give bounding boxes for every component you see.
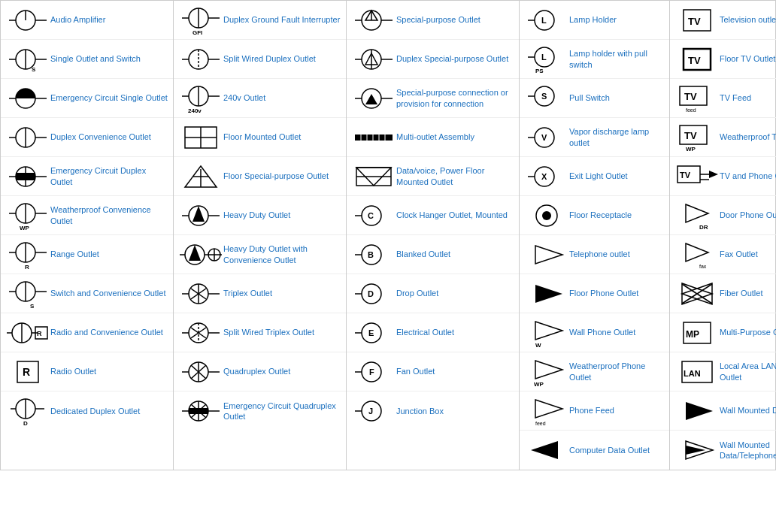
- item-tv-phone: TV TV and Phone Outlet: [670, 157, 776, 196]
- label-weatherproof-convenience: Weatherproof Convenience Outlet: [50, 204, 168, 226]
- item-door-phone: DR Door Phone Outlet: [670, 196, 776, 235]
- label-duplex-convenience: Duplex Convenience Outlet: [50, 131, 168, 142]
- label-blanked-outlet: Blanked Outlet: [396, 249, 514, 259]
- svg-marker-170: [535, 246, 562, 264]
- svg-line-200: [682, 284, 697, 304]
- label-split-wired-duplex: Split Wired Duplex Outlet: [223, 53, 341, 64]
- sym-emergency-quadruplex: [178, 397, 223, 425]
- label-television-outlet: Television outlet: [720, 14, 776, 25]
- svg-marker-171: [535, 285, 562, 303]
- svg-text:R: R: [25, 264, 29, 271]
- item-floor-mounted: Floor Mounted Outlet: [174, 118, 346, 157]
- sym-duplex-gfi: GFI: [178, 5, 223, 35]
- item-floor-special: Floor Special-purpose Outlet: [174, 157, 346, 196]
- item-duplex-special-purpose: Duplex Special-purpose Outlet: [347, 40, 519, 79]
- label-floor-special: Floor Special-purpose Outlet: [223, 171, 341, 181]
- sym-wall-mounted-data: [674, 397, 720, 425]
- item-weatherproof-tv: TV WP Weatherproof TV Outlet: [670, 118, 776, 157]
- sym-special-purpose: [351, 7, 396, 34]
- label-wall-phone: Wall Phone Outlet: [569, 327, 665, 337]
- sym-data-voice-power: [351, 163, 396, 190]
- svg-marker-80: [189, 245, 201, 261]
- label-lamp-holder: Lamp Holder: [569, 14, 665, 25]
- label-240v: 240v Outlet: [223, 92, 341, 103]
- item-pull-switch: S Pull Switch: [520, 79, 669, 118]
- sym-weatherproof-tv: TV WP: [674, 122, 720, 153]
- sym-heavy-duty-convenience: [178, 241, 223, 268]
- item-wall-mounted-data: Wall Mounted Data Outlet: [670, 391, 776, 431]
- sym-blanked-outlet: B: [351, 241, 396, 268]
- sym-heavy-duty: [178, 202, 223, 229]
- svg-marker-196: [686, 243, 708, 261]
- item-wall-phone: W Wall Phone Outlet: [520, 313, 669, 352]
- item-emergency-duplex: Emergency Circuit Duplex Outlet: [1, 157, 173, 196]
- sym-floor-phone: [524, 280, 569, 307]
- svg-text:C: C: [368, 211, 374, 220]
- label-fiber-outlet: Fiber Outlet: [720, 288, 776, 298]
- sym-fiber-outlet: [674, 280, 720, 307]
- sym-telephone-outlet: [524, 241, 569, 268]
- svg-marker-76: [192, 206, 205, 222]
- item-dedicated-duplex: D Dedicated Duplex Outlet: [1, 391, 173, 431]
- item-vapor-discharge: V Vapor discharge lamp outlet: [520, 118, 669, 157]
- label-floor-receptacle: Floor Receptacle: [569, 210, 665, 220]
- item-weatherproof-convenience: WP Weatherproof Convenience Outlet: [1, 196, 173, 235]
- label-multi-purpose: Multi-Purpose Outlet: [720, 327, 776, 337]
- item-240v: 240v 240v Outlet: [174, 79, 346, 118]
- label-data-voice-power: Data/voice, Power Floor Mounted Outlet: [396, 165, 514, 187]
- svg-text:PS: PS: [535, 68, 544, 74]
- sym-lan-outlet: LAN: [674, 358, 720, 385]
- sym-lamp-holder: L: [524, 7, 569, 34]
- sym-240v: 240v: [178, 83, 223, 113]
- label-dedicated-duplex: Dedicated Duplex Outlet: [50, 406, 168, 416]
- svg-text:D: D: [368, 289, 374, 298]
- sym-lamp-holder-pull: L PS: [524, 44, 569, 74]
- label-radio-convenience: Radio and Convenience Outlet: [50, 327, 168, 337]
- svg-text:MP: MP: [686, 329, 699, 340]
- item-triplex: Triplex Outlet: [174, 274, 346, 313]
- sym-floor-mounted: [178, 124, 223, 151]
- item-lan-outlet: LAN Local Area LAN Network Outlet: [670, 352, 776, 391]
- svg-text:fax: fax: [699, 264, 707, 269]
- sym-radio-outlet: R: [5, 358, 50, 385]
- svg-text:L: L: [541, 16, 547, 25]
- sym-duplex-convenience: [5, 124, 50, 151]
- item-tv-feed: TV feed TV Feed: [670, 79, 776, 118]
- label-radio-outlet: Radio Outlet: [50, 366, 168, 376]
- sym-junction-box: J: [351, 397, 396, 425]
- item-emergency-single: Emergency Circuit Single Outlet: [1, 79, 173, 118]
- svg-marker-172: [535, 322, 562, 340]
- svg-rect-19: [16, 173, 35, 180]
- label-audio-amp: Audio Amplifier: [50, 14, 168, 25]
- label-split-wired-triplex: Split Wired Triplex Outlet: [223, 327, 341, 337]
- label-special-connection: Special-purpose connection or provision …: [396, 87, 514, 109]
- sym-weatherproof-convenience: WP: [5, 201, 50, 231]
- item-television-outlet: TV Television outlet: [670, 1, 776, 40]
- sym-computer-data: [524, 437, 569, 464]
- sym-multi-purpose: MP: [674, 319, 720, 346]
- svg-text:R: R: [37, 330, 42, 337]
- col-4: L Lamp Holder L PS Lamp holder with pull…: [520, 1, 670, 470]
- sym-dedicated-duplex: D: [5, 396, 50, 426]
- item-fan-outlet: F Fan Outlet: [347, 352, 519, 391]
- item-radio-convenience: R Radio and Convenience Outlet: [1, 313, 173, 352]
- label-tv-phone: TV and Phone Outlet: [720, 171, 776, 181]
- sym-split-wired-duplex: [178, 46, 223, 73]
- svg-text:TV: TV: [684, 130, 697, 141]
- sym-floor-tv: TV: [674, 46, 720, 73]
- col-2: GFI Duplex Ground Fault Interrupter Spli…: [174, 1, 347, 470]
- svg-text:TV: TV: [684, 91, 697, 102]
- sym-fax-outlet: fax: [674, 240, 720, 270]
- item-split-wired-duplex: Split Wired Duplex Outlet: [174, 40, 346, 79]
- label-wall-mounted-data-tel: Wall Mounted Data/Telephone Outlet: [720, 440, 776, 461]
- sym-weatherproof-phone: WP: [524, 357, 569, 387]
- svg-text:S: S: [32, 66, 36, 73]
- item-split-wired-triplex: Split Wired Triplex Outlet: [174, 313, 346, 352]
- label-door-phone: Door Phone Outlet: [720, 210, 776, 220]
- svg-text:LAN: LAN: [684, 369, 701, 378]
- item-blanked-outlet: B Blanked Outlet: [347, 235, 519, 274]
- sym-phone-feed: feed: [524, 396, 569, 426]
- item-switch-convenience: S Switch and Convenience Outlet: [1, 274, 173, 313]
- sym-tv-phone: TV: [674, 163, 720, 190]
- label-special-purpose: Special-purpose Outlet: [396, 14, 514, 25]
